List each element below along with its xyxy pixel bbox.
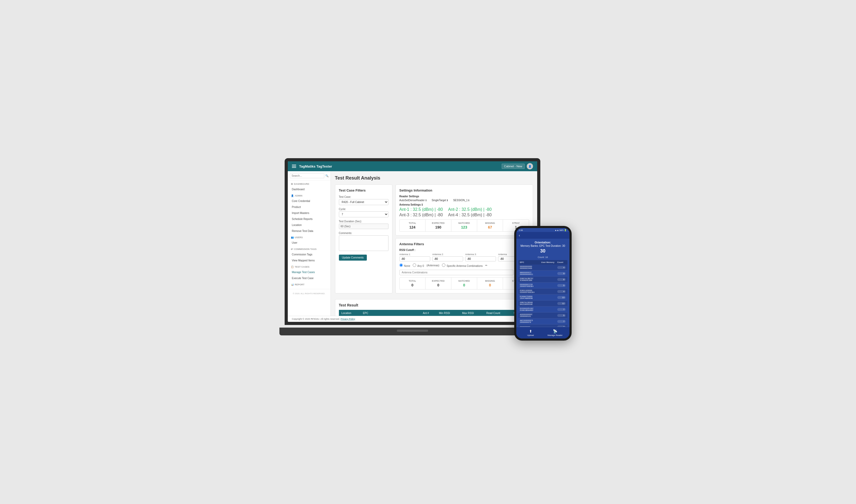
sidebar-section-admin: 👤 ADMIN bbox=[288, 192, 330, 198]
search-input[interactable] bbox=[290, 173, 324, 178]
reader-settings-row: AutoSetDenseReader ℹ SingleTarget ℹ bbox=[399, 199, 529, 202]
phone-epc: A0000000000C20000000101 bbox=[520, 313, 541, 317]
phone-table-row: E248A070066610047AB8909B 13 bbox=[518, 294, 567, 301]
sidebar-item-import-masters[interactable]: Import Masters bbox=[288, 210, 330, 216]
ant2-rssi-input[interactable] bbox=[432, 256, 463, 262]
result-header: Test Result Search: bbox=[339, 303, 529, 307]
phone-upload-button[interactable]: ⬆ Upload bbox=[518, 329, 543, 337]
laptop-body: TagMatiks TagTester Cabinet - New 👤 🔍 bbox=[285, 158, 540, 325]
phone-epc: 886000000CC0000000000011 bbox=[520, 272, 541, 275]
sidebar-item-execute-test-case[interactable]: Execute Test Case bbox=[288, 275, 330, 281]
phone-table-row: 00000000CC00200005760E3E4 5 bbox=[518, 283, 567, 288]
main-panel: Test Result Analysis Test Case Filters T… bbox=[331, 171, 537, 316]
phone-count-badge: 8 bbox=[557, 278, 566, 281]
sidebar-item-product[interactable]: Product bbox=[288, 204, 330, 210]
phone-time: 1:06 bbox=[519, 229, 523, 231]
dashboard-icon: ⊞ bbox=[291, 183, 293, 185]
page-title: Test Result Analysis bbox=[335, 175, 533, 181]
sidebar-item-core-credential[interactable]: Core Credential bbox=[288, 198, 330, 204]
phone: 1:06 ▲▲ WiFi 🔋 ‹ Orientation: Memory Ban… bbox=[514, 226, 571, 341]
comments-textarea[interactable] bbox=[339, 235, 389, 251]
phone-table-row: E280116393000200005760E3E4 4 bbox=[518, 288, 567, 294]
phone-epc: 00B07A13E8488A101B00018E bbox=[520, 302, 541, 305]
col-read-count: Read Count bbox=[484, 310, 511, 316]
phone-count-badge: 4 bbox=[557, 266, 566, 269]
scene: TagMatiks TagTester Cabinet - New 👤 🔍 bbox=[285, 158, 571, 346]
phone-count-badge: 4 bbox=[557, 290, 566, 293]
ant3-value: Ant-3 : 32.5 (dBm) | -80 bbox=[399, 213, 443, 217]
sidebar-item-view-mapped[interactable]: View Mapped Items bbox=[288, 257, 330, 264]
sidebar-item-manage-test-cases[interactable]: Manage Test Cases bbox=[288, 269, 330, 275]
ant1-rssi-input[interactable] bbox=[399, 256, 430, 262]
privacy-link[interactable]: Privacy Policy bbox=[341, 318, 355, 320]
radio-none[interactable] bbox=[399, 264, 403, 267]
cabinet-button[interactable]: Cabinet - New bbox=[502, 164, 525, 169]
radio-any-label[interactable]: Any 0 bbox=[413, 264, 424, 267]
sidebar-search-container: 🔍 bbox=[288, 171, 330, 181]
sidebar-section-users: 👥 USERS bbox=[288, 234, 330, 240]
phone-nav-bar: ‹ bbox=[516, 232, 569, 239]
avatar[interactable]: 👤 bbox=[527, 163, 533, 169]
rssi-cutoff-label: RSSI Cutoff : bbox=[399, 249, 529, 251]
test-case-select[interactable]: R420 - Full Cabinet bbox=[339, 199, 389, 205]
content-grid: Test Case Filters Test Case: R420 - Full… bbox=[335, 184, 533, 316]
settings-info-title: Settings Information bbox=[399, 188, 529, 192]
sidebar-item-commission-tags[interactable]: Commission Tags bbox=[288, 251, 330, 257]
upload-icon: ⬆ bbox=[529, 329, 532, 333]
laptop: TagMatiks TagTester Cabinet - New 👤 🔍 bbox=[285, 158, 540, 336]
sidebar-item-user[interactable]: User bbox=[288, 240, 330, 246]
radio-specific[interactable] bbox=[442, 264, 445, 267]
phone-count-value: 30 bbox=[518, 248, 567, 254]
hamburger-menu[interactable] bbox=[292, 165, 296, 168]
ant-total-cell: TOTAL 0 bbox=[400, 277, 426, 289]
duration-input[interactable] bbox=[339, 223, 389, 229]
phone-col-count: Count bbox=[557, 261, 566, 264]
app-title: TagMatiks TagTester bbox=[299, 164, 332, 168]
phone-manage-reader-button[interactable]: 📡 Manage Reader bbox=[543, 329, 567, 337]
antenna-settings-row2: Ant-3 : 32.5 (dBm) | -80 Ant-4 : 32.5 (d… bbox=[399, 213, 529, 217]
phone-count-badge: 5 bbox=[557, 314, 566, 317]
phone-table-row: D3807A13BC5C3C808D0CE86 8 bbox=[518, 276, 567, 283]
radio-specific-label[interactable]: Specific Antenna Combinations bbox=[442, 264, 483, 267]
phone-epc: E20300035130CD16810B0A4ED bbox=[520, 307, 541, 311]
phone-back-button[interactable]: ‹ bbox=[519, 233, 520, 237]
phone-table-row: A0000000000C20000000101 5 bbox=[518, 312, 567, 319]
antenna-combo-input[interactable] bbox=[399, 270, 513, 275]
edit-icon[interactable]: ✏ bbox=[485, 264, 487, 267]
phone-epc: A8C0000000C020000000078 bbox=[520, 320, 541, 323]
phone-content: Orientation: Memory Banks: EPC Test Dura… bbox=[516, 239, 569, 327]
antenna-filters-title: Antenna Filters bbox=[399, 242, 529, 246]
sidebar-section-commission-tags: 🏷 COMMISSION TAGS bbox=[288, 246, 330, 251]
ant3-rssi-input[interactable] bbox=[465, 256, 496, 262]
sidebar-item-remove-test-data[interactable]: Remove Test Data bbox=[288, 228, 330, 234]
right-column: Settings Information Reader Settings Aut… bbox=[395, 184, 533, 293]
app-topbar: TagMatiks TagTester Cabinet - New 👤 bbox=[288, 161, 537, 171]
antenna-radio-row: None Any 0 (Antennas) bbox=[399, 264, 529, 267]
page-footer: Copyright © 2020 RFID4U. All rights rese… bbox=[288, 316, 537, 322]
radio-any[interactable] bbox=[413, 264, 416, 267]
missing-cell: MISSING 67 bbox=[477, 220, 503, 231]
update-comments-button[interactable]: Update Comments bbox=[339, 255, 367, 260]
result-table: Location EPC Ant # Min RSSI Max RSSI Rea… bbox=[339, 310, 529, 316]
antenna-combo-row: Apply bbox=[399, 269, 529, 275]
ant3-rssi-group: Antenna 3: bbox=[465, 253, 496, 262]
duration-label: Test Duration (Sec): bbox=[339, 220, 389, 223]
phone-count-badge: 7 bbox=[557, 308, 566, 311]
cycle-select[interactable]: 7 bbox=[339, 211, 389, 217]
app-body: 🔍 ⊞ DASHBOARD Dashboard 👤 ADMIN Core Cre… bbox=[288, 171, 537, 316]
manage-reader-icon: 📡 bbox=[553, 329, 557, 333]
cycle-label: Cycle: bbox=[339, 208, 389, 211]
phone-count-badge: 12 bbox=[557, 302, 566, 305]
phone-count-badge: 5 bbox=[557, 284, 566, 287]
sidebar-item-schedule-reports[interactable]: Schedule Reports bbox=[288, 216, 330, 222]
ant4-value: Ant-4 : 32.5 (dBm) | -80 bbox=[448, 213, 492, 217]
phone-orientation-title: Orientation: bbox=[518, 241, 567, 244]
col-max-rssi: Max RSSI bbox=[459, 310, 484, 316]
phone-count-badge: 13 bbox=[557, 296, 566, 299]
phone-col-memory: User Memory bbox=[541, 261, 557, 264]
report-icon: 📊 bbox=[291, 283, 294, 286]
radio-none-label[interactable]: None bbox=[399, 264, 410, 267]
sidebar-item-location[interactable]: Location bbox=[288, 222, 330, 228]
sidebar-item-dashboard[interactable]: Dashboard bbox=[288, 186, 330, 192]
laptop-screen: TagMatiks TagTester Cabinet - New 👤 🔍 bbox=[288, 161, 537, 322]
